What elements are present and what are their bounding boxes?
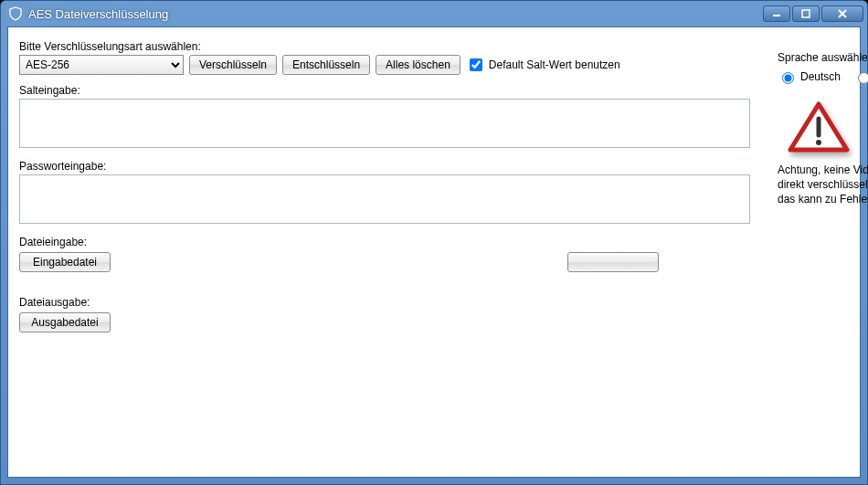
warning-line3: das kann zu Fehler führen! xyxy=(778,193,868,206)
maximize-button[interactable] xyxy=(792,5,820,22)
file-input-label: Dateieingabe: xyxy=(19,236,750,248)
main-pane: Bitte Verschlüsselungsart auswählen: AES… xyxy=(19,35,750,466)
salt-section: Salteingabe: xyxy=(19,84,750,151)
password-label: Passworteingabe: xyxy=(19,160,750,173)
default-salt-checkbox[interactable] xyxy=(470,58,482,71)
warning-text: Achtung, keine Videos direkt verschlüsse… xyxy=(778,163,868,207)
password-section: Passworteingabe: xyxy=(19,160,750,227)
warning-line2: direkt verschlüsseln, xyxy=(778,178,868,191)
password-input[interactable] xyxy=(19,174,750,224)
file-output-label: Dateiausgabe: xyxy=(19,296,750,309)
side-pane: Sprache auswählen: Deutsch Englisch xyxy=(778,35,868,466)
default-salt-text: Default Salt-Wert benutzen xyxy=(489,58,620,71)
close-button[interactable] xyxy=(821,5,863,22)
output-file-button[interactable]: Ausgabedatei xyxy=(19,312,111,332)
default-salt-label[interactable]: Default Salt-Wert benutzen xyxy=(466,56,620,74)
file-output-section: Dateiausgabe: Ausgabedatei xyxy=(19,296,750,332)
file-input-bar: Eingabedatei xyxy=(19,252,750,272)
client-area: Bitte Verschlüsselungsart auswählen: AES… xyxy=(7,26,861,478)
encrypt-button[interactable]: Verschlüsseln xyxy=(189,55,277,75)
app-window: AES Dateiverschlüsselung Bitte Verschlüs… xyxy=(0,0,868,485)
shield-icon xyxy=(8,6,23,21)
encryption-type-select[interactable]: AES-256 xyxy=(19,55,184,75)
minimize-button[interactable] xyxy=(763,5,790,22)
svg-point-5 xyxy=(816,140,821,145)
salt-label: Salteingabe: xyxy=(19,84,750,97)
language-label: Sprache auswählen: xyxy=(778,51,868,64)
toolbar-row: AES-256 Verschlüsseln Entschlüsseln Alle… xyxy=(19,55,750,75)
warning-icon xyxy=(787,100,851,155)
decrypt-button[interactable]: Entschlüsseln xyxy=(282,55,370,75)
salt-input[interactable] xyxy=(19,99,750,148)
window-buttons xyxy=(761,5,863,22)
clear-all-button[interactable]: Alles löschen xyxy=(376,55,460,75)
titlebar[interactable]: AES Dateiverschlüsselung xyxy=(1,1,867,26)
language-radio-group: Deutsch Englisch xyxy=(778,69,868,84)
blank-button[interactable] xyxy=(567,252,659,272)
input-file-button[interactable]: Eingabedatei xyxy=(19,252,111,272)
file-input-section: Dateieingabe: Eingabedatei xyxy=(19,236,750,272)
svg-rect-1 xyxy=(802,10,810,17)
radio-german-text: Deutsch xyxy=(800,70,841,83)
radio-german[interactable] xyxy=(782,72,794,84)
warning-line1: Achtung, keine Videos xyxy=(778,163,868,176)
file-output-bar: Ausgabedatei xyxy=(19,312,750,332)
radio-english-label[interactable]: Englisch xyxy=(853,69,868,84)
window-title: AES Dateiverschlüsselung xyxy=(28,7,761,21)
encryption-type-label: Bitte Verschlüsselungsart auswählen: xyxy=(19,40,750,53)
radio-english[interactable] xyxy=(858,72,868,84)
radio-german-label[interactable]: Deutsch xyxy=(778,69,841,84)
